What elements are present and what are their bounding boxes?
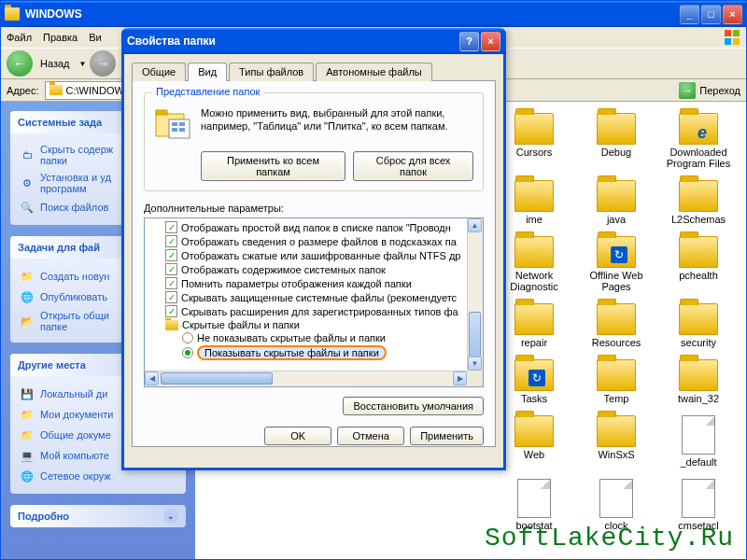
tab-general[interactable]: Общие (132, 63, 186, 81)
item-label: Установка и уд программ (40, 172, 111, 194)
folder-item[interactable]: twain_32 (662, 359, 735, 404)
item-label: Offline Web Pages (581, 270, 652, 292)
scroll-up-icon[interactable]: ▲ (468, 218, 482, 232)
chevron-down-icon: ⌄ (163, 509, 178, 524)
folder-item[interactable]: Web (498, 415, 571, 468)
svg-rect-8 (179, 122, 185, 126)
tree-radio-item[interactable]: Не показывать скрытые файлы и папки (148, 331, 479, 344)
menu-file[interactable]: Файл (7, 32, 32, 43)
scroll-left-icon[interactable]: ◀ (145, 371, 159, 385)
folder-item[interactable]: repair (498, 303, 571, 348)
back-dropdown-icon[interactable]: ▼ (79, 60, 87, 68)
folder-icon (679, 180, 718, 212)
item-icon: 📂 (20, 314, 35, 329)
item-icon: 🔍 (20, 200, 35, 215)
folder-icon (597, 113, 636, 145)
tree-radio-item[interactable]: Показывать скрытые файлы и папки (148, 344, 479, 361)
panel-title: Задачи для фай (18, 242, 100, 253)
menu-edit[interactable]: Правка (43, 32, 78, 43)
folder-views-icon (154, 106, 191, 142)
folder-item[interactable]: Downloaded Program Files (662, 113, 735, 169)
panel-details: Подробно ⌄ (10, 505, 186, 527)
tree-checkbox-item[interactable]: ✓Отображать сжатые или зашифрованные фай… (148, 248, 479, 262)
tree-item-label: Помнить параметры отображения каждой пап… (181, 278, 412, 289)
advanced-settings-tree[interactable]: ✓Отображать простой вид папок в списке п… (144, 217, 484, 387)
dialog-title: Свойства папки (127, 35, 458, 48)
tree-checkbox-item[interactable]: ✓Отображать простой вид папок в списке п… (148, 220, 479, 234)
folder-icon (679, 113, 718, 145)
tree-checkbox-item[interactable]: ✓Скрывать защищенные системные файлы (ре… (148, 290, 479, 304)
go-label: Переход (699, 85, 740, 96)
radio-icon (182, 332, 193, 343)
item-label: security (681, 337, 716, 348)
folder-icon (49, 85, 63, 95)
address-label: Адрес: (7, 85, 39, 96)
horizontal-scrollbar[interactable]: ◀ ▶ (145, 371, 483, 386)
dialog-close-button[interactable]: × (481, 32, 500, 51)
forward-button[interactable]: → (90, 50, 116, 77)
folder-item[interactable]: Debug (580, 113, 653, 169)
folder-item[interactable]: L2Schemas (662, 180, 735, 225)
scroll-thumb[interactable] (161, 372, 273, 385)
tree-folder-item[interactable]: Скрытые файлы и папки (148, 318, 479, 331)
file-icon (682, 479, 715, 518)
folder-icon (597, 359, 636, 391)
item-icon: 🗀 (20, 147, 35, 162)
apply-button[interactable]: Применить (410, 427, 484, 445)
item-label: _default (680, 456, 716, 468)
go-button[interactable]: → Переход (679, 82, 740, 99)
tree-checkbox-item[interactable]: ✓Помнить параметры отображения каждой па… (148, 276, 479, 290)
folder-item[interactable]: Tasks (498, 359, 571, 404)
folder-item[interactable]: Resources (580, 303, 653, 348)
address-input[interactable]: C:\WINDOW (45, 81, 129, 100)
item-label: Создать новун (40, 271, 109, 282)
scroll-right-icon[interactable]: ▶ (453, 371, 467, 385)
help-button[interactable]: ? (459, 32, 479, 51)
folder-item[interactable]: ime (498, 180, 571, 225)
minimize-button[interactable]: _ (680, 5, 699, 24)
item-label: repair (521, 337, 547, 348)
file-item[interactable]: _default (662, 415, 735, 468)
svg-rect-9 (172, 128, 177, 132)
folder-item[interactable]: pchealth (662, 236, 735, 292)
item-label: Сетевое окруж (40, 470, 111, 482)
panel-title: Системные зада (18, 117, 102, 128)
item-label: Открыть общи папке (40, 310, 109, 332)
cancel-button[interactable]: Отмена (337, 427, 404, 445)
item-icon: ⚙ (20, 175, 35, 190)
folder-item[interactable]: WinSxS (580, 415, 653, 468)
item-label: Локальный ди (40, 388, 107, 399)
folder-item[interactable]: Network Diagnostic (498, 236, 571, 292)
reset-all-folders-button[interactable]: Сброс для всех папок (353, 151, 473, 181)
back-button[interactable]: ← (7, 50, 33, 77)
watermark: SoftLakeCity.Ru (485, 524, 734, 553)
checkbox-icon: ✓ (165, 305, 177, 317)
maximize-button[interactable]: □ (701, 5, 721, 24)
tree-item-label: Отображать сведения о размере файлов в п… (181, 236, 457, 247)
close-button[interactable]: × (723, 5, 742, 24)
folder-item[interactable]: Temp (580, 359, 653, 404)
menu-view[interactable]: Ви (89, 32, 101, 43)
scroll-down-icon[interactable]: ▼ (468, 357, 482, 371)
tab-file-types[interactable]: Типы файлов (229, 63, 314, 81)
restore-defaults-button[interactable]: Восстановить умолчания (343, 397, 484, 415)
folder-item[interactable]: security (662, 303, 735, 348)
tab-view[interactable]: Вид (188, 63, 227, 81)
tree-checkbox-item[interactable]: ✓Отображать содержимое системных папок (148, 262, 479, 276)
back-label: Назад (40, 58, 70, 69)
tab-offline-files[interactable]: Автономные файлы (316, 63, 432, 81)
tree-checkbox-item[interactable]: ✓Скрывать расширения для зарегистрирован… (148, 304, 479, 318)
group-title: Представление папок (152, 86, 263, 97)
folder-item[interactable]: java (580, 180, 653, 225)
windows-logo-icon (724, 29, 740, 46)
folder-item[interactable]: Cursors (498, 113, 571, 169)
radio-icon (182, 347, 193, 358)
panel-header[interactable]: Подробно ⌄ (10, 505, 186, 527)
tree-checkbox-item[interactable]: ✓Отображать сведения о размере файлов в … (148, 234, 479, 248)
folder-item[interactable]: Offline Web Pages (580, 236, 653, 292)
apply-all-folders-button[interactable]: Применить ко всем папкам (201, 151, 345, 181)
folder-icon (165, 320, 178, 330)
panel-title: Подробно (18, 511, 69, 522)
ok-button[interactable]: OK (264, 427, 331, 445)
vertical-scrollbar[interactable]: ▲ ▼ (467, 218, 483, 371)
